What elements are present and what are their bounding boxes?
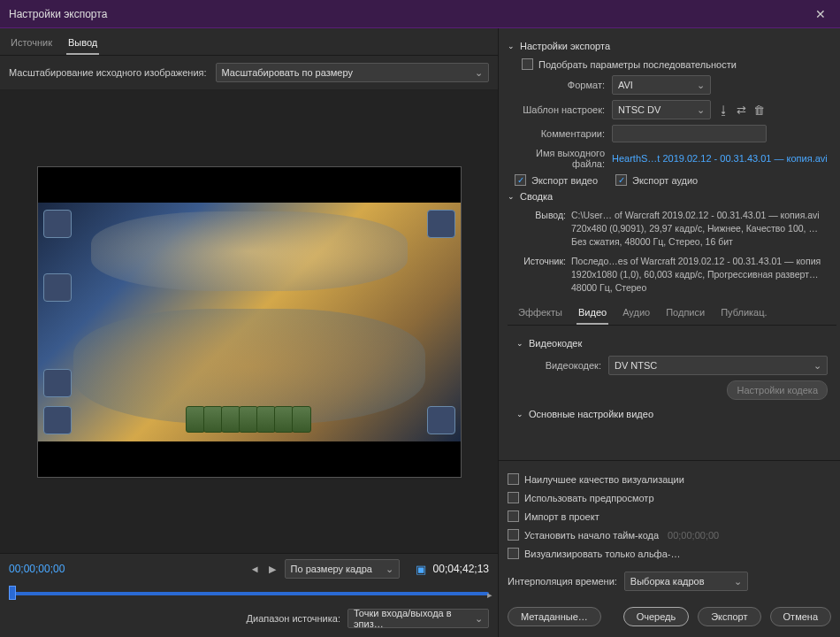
export-video-label: Экспорт видео bbox=[531, 175, 598, 186]
fit-value: По размеру кадра bbox=[291, 564, 372, 574]
summary-output-label: Вывод: bbox=[522, 209, 566, 249]
summary-source-label: Источник: bbox=[522, 255, 566, 295]
source-range-value: Точки входа/выхода в эпиз… bbox=[354, 608, 468, 629]
preview-video bbox=[37, 166, 462, 478]
set-start-tc-value: 00;00;00;00 bbox=[668, 530, 719, 541]
subtab-video[interactable]: Видео bbox=[577, 303, 608, 325]
delete-preset-icon[interactable]: 🗑 bbox=[753, 104, 765, 117]
queue-button[interactable]: Очередь bbox=[623, 607, 690, 626]
codec-label: Видеокодек: bbox=[531, 360, 601, 371]
step-back-icon[interactable]: ◄ bbox=[248, 564, 262, 575]
chevron-down-icon: ⌄ bbox=[475, 67, 483, 79]
format-select[interactable]: AVI ⌄ bbox=[612, 75, 711, 95]
use-preview-checkbox[interactable] bbox=[508, 492, 519, 503]
fit-select[interactable]: По размеру кадра ⌄ bbox=[285, 559, 400, 579]
export-button[interactable]: Экспорт bbox=[698, 607, 760, 626]
output-filename-link[interactable]: HearthS…t 2019.02.12 - 00.31.43.01 — коп… bbox=[612, 153, 828, 164]
preset-value: NTSC DV bbox=[618, 104, 661, 115]
source-range-select[interactable]: Точки входа/выхода в эпиз… ⌄ bbox=[347, 609, 489, 628]
chevron-down-icon: ⌄ bbox=[475, 613, 483, 625]
scale-value: Масштабировать по размеру bbox=[222, 67, 353, 78]
interp-value: Выборка кадров bbox=[630, 576, 705, 587]
subtab-publish[interactable]: Публикац. bbox=[719, 303, 768, 325]
current-timecode[interactable]: 00;00;00;00 bbox=[9, 563, 65, 575]
basic-video-header[interactable]: ⌄ Основные настройки видео bbox=[516, 409, 828, 419]
preset-label: Шаблон настроек: bbox=[522, 104, 605, 115]
chevron-down-icon: ⌄ bbox=[697, 104, 705, 116]
caret-down-icon: ⌄ bbox=[508, 192, 515, 201]
basic-video-title: Основные настройки видео bbox=[529, 409, 653, 419]
comments-input[interactable] bbox=[612, 125, 767, 142]
play-icon[interactable]: ▶ bbox=[267, 564, 278, 575]
codec-section-header[interactable]: ⌄ Видеокодек bbox=[516, 338, 828, 349]
scale-select[interactable]: Масштабировать по размеру ⌄ bbox=[216, 63, 489, 82]
use-preview-label: Использовать предпросмотр bbox=[524, 493, 654, 503]
chevron-down-icon: ⌄ bbox=[734, 576, 742, 587]
source-range-label: Диапазон источника: bbox=[247, 613, 340, 624]
scale-label: Масштабирование исходного изображения: bbox=[9, 67, 207, 78]
export-audio-checkbox[interactable]: ✓ bbox=[615, 174, 627, 186]
export-video-checkbox[interactable]: ✓ bbox=[515, 174, 526, 186]
metadata-button[interactable]: Метаданные… bbox=[508, 607, 601, 626]
cancel-button[interactable]: Отмена bbox=[770, 607, 831, 626]
export-audio-label: Экспорт аудио bbox=[632, 175, 698, 186]
subtab-captions[interactable]: Подписи bbox=[664, 303, 706, 325]
set-start-tc-label: Установить начало тайм-кода bbox=[524, 530, 659, 541]
codec-select[interactable]: DV NTSC ⌄ bbox=[608, 356, 828, 375]
best-quality-checkbox[interactable] bbox=[508, 473, 519, 485]
tab-output[interactable]: Вывод bbox=[66, 34, 99, 55]
caret-down-icon: ⌄ bbox=[508, 42, 515, 50]
overlay-icon[interactable]: ▣ bbox=[416, 563, 426, 576]
caret-down-icon: ⌄ bbox=[516, 410, 523, 418]
codec-section-title: Видеокодек bbox=[529, 338, 582, 349]
import-preset-icon[interactable]: ⇄ bbox=[737, 104, 746, 117]
import-project-checkbox[interactable] bbox=[508, 510, 519, 522]
save-preset-icon[interactable]: ⭳ bbox=[718, 104, 729, 117]
render-alpha-checkbox[interactable] bbox=[508, 548, 519, 559]
timeline-slider[interactable]: ▸ bbox=[9, 586, 489, 600]
match-sequence-label: Подобрать параметры последовательности bbox=[538, 59, 737, 70]
chevron-down-icon: ⌄ bbox=[697, 80, 705, 91]
codec-value: DV NTSC bbox=[615, 360, 657, 371]
export-settings-title: Настройки экспорта bbox=[520, 41, 610, 51]
chevron-down-icon: ⌄ bbox=[813, 360, 821, 372]
best-quality-label: Наилучшее качество визуализации bbox=[524, 474, 684, 485]
comments-label: Комментарии: bbox=[522, 128, 605, 139]
import-project-label: Импорт в проект bbox=[524, 511, 599, 522]
dialog-title: Настройки экспорта bbox=[9, 8, 810, 20]
interp-select[interactable]: Выборка кадров ⌄ bbox=[624, 572, 748, 591]
summary-source-text: Последо…es of Warcraft 2019.02.12 - 00.3… bbox=[571, 255, 836, 295]
tab-source[interactable]: Источник bbox=[9, 34, 54, 55]
export-settings-header[interactable]: ⌄ Настройки экспорта bbox=[508, 41, 836, 51]
interp-label: Интерполяция времени: bbox=[508, 576, 617, 587]
format-label: Формат: bbox=[522, 80, 605, 90]
codec-settings-button: Настройки кодека bbox=[727, 380, 828, 400]
format-value: AVI bbox=[618, 80, 633, 90]
render-alpha-label: Визуализировать только альфа-… bbox=[524, 549, 680, 559]
match-sequence-checkbox[interactable] bbox=[522, 58, 533, 70]
close-icon[interactable]: ✕ bbox=[810, 5, 831, 23]
summary-output-text: C:\User… of Warcraft 2019.02.12 - 00.31.… bbox=[571, 209, 836, 249]
duration-timecode: 00;04;42;13 bbox=[433, 563, 489, 575]
caret-down-icon: ⌄ bbox=[516, 339, 523, 348]
chevron-down-icon: ⌄ bbox=[386, 564, 393, 575]
subtab-audio[interactable]: Аудио bbox=[621, 303, 652, 325]
subtab-effects[interactable]: Эффекты bbox=[516, 303, 564, 325]
preset-select[interactable]: NTSC DV ⌄ bbox=[612, 100, 711, 119]
set-start-tc-checkbox[interactable] bbox=[508, 529, 519, 541]
summary-header[interactable]: ⌄ Сводка bbox=[508, 191, 836, 202]
output-name-label: Имя выходного файла: bbox=[522, 148, 605, 169]
summary-title: Сводка bbox=[520, 191, 553, 202]
